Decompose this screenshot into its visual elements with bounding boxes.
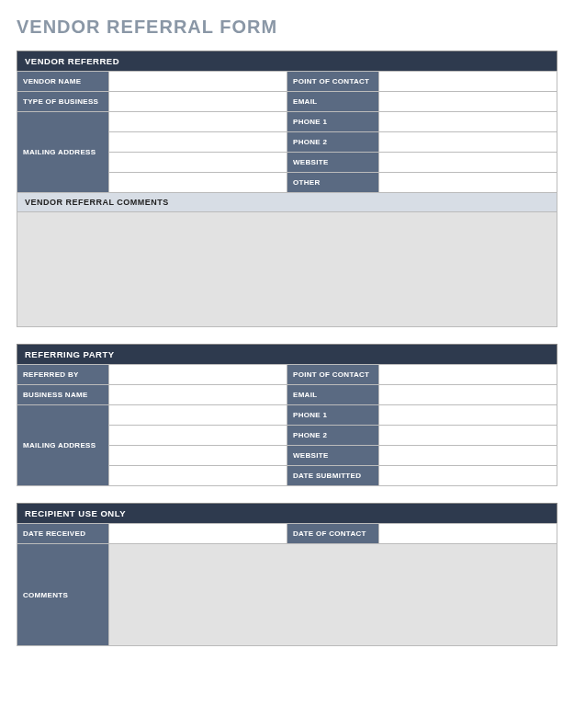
referring-party-section: REFERRING PARTY REFERRED BY POINT OF CON… [17, 344, 557, 486]
input-ref-mailing-1[interactable] [113, 411, 283, 420]
label-date-submitted: DATE SUBMITTED [287, 466, 379, 486]
input-business-name[interactable] [113, 391, 283, 400]
value-phone2[interactable] [379, 132, 557, 153]
label-website: WEBSITE [287, 153, 379, 173]
recipient-comments-box[interactable] [109, 544, 557, 646]
vendor-comments-box[interactable] [17, 212, 557, 327]
input-mailing-1[interactable] [113, 118, 283, 127]
vendor-comments-textarea[interactable] [17, 212, 557, 323]
label-ref-point-of-contact: POINT OF CONTACT [287, 365, 379, 385]
label-ref-mailing-address: MAILING ADDRESS [17, 405, 109, 486]
value-date-of-contact[interactable] [379, 524, 557, 544]
label-mailing-address: MAILING ADDRESS [17, 112, 109, 193]
label-email: EMAIL [287, 92, 379, 112]
label-ref-website: WEBSITE [287, 446, 379, 466]
label-ref-phone1: PHONE 1 [287, 405, 379, 426]
input-mailing-3[interactable] [113, 158, 283, 167]
label-point-of-contact: POINT OF CONTACT [287, 72, 379, 92]
value-referred-by[interactable] [109, 365, 287, 385]
input-vendor-name[interactable] [113, 77, 283, 86]
recipient-comments-textarea[interactable] [109, 544, 557, 645]
value-ref-mailing-2[interactable] [109, 426, 287, 446]
input-date-submitted[interactable] [383, 472, 553, 481]
value-ref-phone2[interactable] [379, 426, 557, 446]
value-vendor-name[interactable] [109, 72, 287, 92]
value-website[interactable] [379, 153, 557, 173]
input-point-of-contact[interactable] [383, 77, 553, 86]
value-type-of-business[interactable] [109, 92, 287, 112]
value-other[interactable] [379, 173, 557, 193]
recipient-grid: DATE RECEIVED DATE OF CONTACT COMMENTS [17, 523, 557, 646]
value-ref-phone1[interactable] [379, 405, 557, 426]
input-other[interactable] [383, 178, 553, 188]
vendor-grid: VENDOR NAME POINT OF CONTACT TYPE OF BUS… [17, 71, 557, 327]
value-ref-point-of-contact[interactable] [379, 365, 557, 385]
value-date-submitted[interactable] [379, 466, 557, 486]
value-email[interactable] [379, 92, 557, 112]
vendor-referred-header: VENDOR REFERRED [17, 51, 557, 71]
value-mailing-2[interactable] [109, 132, 287, 153]
label-type-of-business: TYPE OF BUSINESS [17, 92, 109, 112]
input-ref-website[interactable] [383, 451, 553, 461]
input-phone1[interactable] [383, 118, 553, 127]
input-phone2[interactable] [383, 138, 553, 147]
label-business-name: BUSINESS NAME [17, 385, 109, 405]
input-email[interactable] [383, 97, 553, 107]
value-ref-email[interactable] [379, 385, 557, 405]
input-type-of-business[interactable] [113, 97, 283, 107]
page-title: VENDOR REFERRAL FORM [17, 17, 557, 38]
value-ref-website[interactable] [379, 446, 557, 466]
input-mailing-4[interactable] [113, 178, 283, 188]
input-ref-point-of-contact[interactable] [383, 370, 553, 380]
recipient-section: RECIPIENT USE ONLY DATE RECEIVED DATE OF… [17, 503, 557, 646]
value-date-received[interactable] [109, 524, 287, 544]
value-ref-mailing-3[interactable] [109, 446, 287, 466]
value-business-name[interactable] [109, 385, 287, 405]
input-mailing-2[interactable] [113, 138, 283, 147]
referring-grid: REFERRED BY POINT OF CONTACT BUSINESS NA… [17, 364, 557, 486]
input-website[interactable] [383, 158, 553, 167]
label-phone2: PHONE 2 [287, 132, 379, 153]
label-referred-by: REFERRED BY [17, 365, 109, 385]
input-ref-mailing-2[interactable] [113, 431, 283, 440]
recipient-header: RECIPIENT USE ONLY [17, 503, 557, 523]
referring-party-header: REFERRING PARTY [17, 344, 557, 364]
value-mailing-1[interactable] [109, 112, 287, 132]
value-ref-mailing-4[interactable] [109, 466, 287, 486]
label-date-received: DATE RECEIVED [17, 524, 109, 544]
label-other: OTHER [287, 173, 379, 193]
input-date-of-contact[interactable] [383, 529, 553, 539]
label-vendor-name: VENDOR NAME [17, 72, 109, 92]
input-ref-email[interactable] [383, 391, 553, 400]
value-ref-mailing-1[interactable] [109, 405, 287, 426]
input-ref-mailing-4[interactable] [113, 472, 283, 481]
value-phone1[interactable] [379, 112, 557, 132]
value-mailing-3[interactable] [109, 153, 287, 173]
input-date-received[interactable] [113, 529, 283, 539]
input-ref-mailing-3[interactable] [113, 451, 283, 461]
label-date-of-contact: DATE OF CONTACT [287, 524, 379, 544]
label-recipient-comments: COMMENTS [17, 544, 109, 646]
input-referred-by[interactable] [113, 370, 283, 380]
label-ref-phone2: PHONE 2 [287, 426, 379, 446]
input-ref-phone1[interactable] [383, 411, 553, 420]
value-mailing-4[interactable] [109, 173, 287, 193]
label-phone1: PHONE 1 [287, 112, 379, 132]
label-ref-email: EMAIL [287, 385, 379, 405]
value-point-of-contact[interactable] [379, 72, 557, 92]
vendor-referred-section: VENDOR REFERRED VENDOR NAME POINT OF CON… [17, 51, 557, 327]
input-ref-phone2[interactable] [383, 431, 553, 440]
vendor-comments-header: VENDOR REFERRAL COMMENTS [17, 193, 557, 212]
